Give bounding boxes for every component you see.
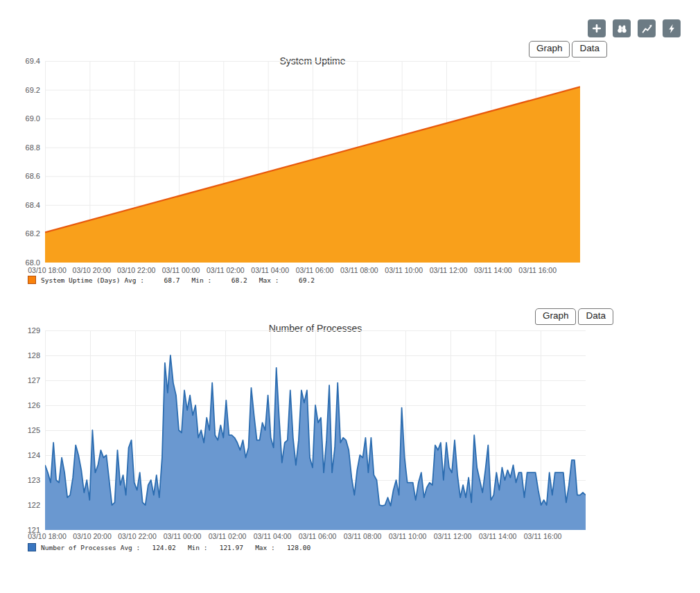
x-tick-label: 03/11 08:00 — [344, 532, 382, 541]
x-tick-label: 03/11 10:00 — [389, 532, 427, 541]
y-tick-label: 125 — [14, 427, 40, 434]
uptime-chart-plot[interactable]: 69.469.269.068.868.668.468.268.0 — [45, 61, 580, 263]
x-tick-label: 03/11 16:00 — [518, 266, 557, 275]
y-tick-label: 68.4 — [14, 202, 40, 209]
y-tick-label: 69.4 — [14, 57, 40, 65]
y-tick-label: 126 — [14, 402, 40, 409]
binoculars-icon — [617, 24, 627, 34]
uptime-legend-swatch — [28, 276, 36, 284]
x-tick-label: 03/11 00:00 — [162, 266, 200, 275]
add-button[interactable] — [588, 19, 606, 37]
graphs-button[interactable] — [638, 19, 656, 37]
y-tick-label: 122 — [14, 502, 40, 509]
y-tick-label: 129 — [14, 327, 40, 335]
x-tick-label: 03/11 02:00 — [209, 532, 247, 541]
x-tick-label: 03/11 04:00 — [254, 532, 292, 541]
y-tick-label: 127 — [14, 377, 40, 384]
x-tick-label: 03/11 10:00 — [385, 266, 423, 275]
x-tick-label: 03/11 14:00 — [474, 266, 512, 275]
processes-chart-plot[interactable]: 129128127126125124123122121 — [45, 330, 586, 530]
y-tick-label: 124 — [14, 452, 40, 459]
y-tick-label: 68.6 — [14, 172, 40, 180]
uptime-chart-legend: System Uptime (Days)Avg : 68.7 Min : 68.… — [28, 276, 315, 284]
y-tick-label: 68.2 — [14, 230, 40, 238]
toolbar — [588, 19, 681, 37]
processes-legend-text: Number of ProcessesAvg : 124.02 Min : 12… — [41, 544, 310, 551]
lightning-icon — [667, 24, 677, 34]
processes-chart-xaxis: 03/10 18:0003/10 20:0003/10 22:0003/11 0… — [45, 532, 586, 542]
x-tick-label: 03/11 16:00 — [524, 532, 562, 541]
x-tick-label: 03/10 18:00 — [28, 266, 66, 275]
x-tick-label: 03/10 20:00 — [73, 266, 111, 275]
x-tick-label: 03/11 14:00 — [479, 532, 517, 541]
x-tick-label: 03/10 22:00 — [118, 532, 156, 541]
x-tick-label: 03/11 12:00 — [434, 532, 472, 541]
x-tick-label: 03/11 06:00 — [296, 266, 334, 275]
x-tick-label: 03/11 08:00 — [340, 266, 378, 275]
processes-chart-legend: Number of ProcessesAvg : 124.02 Min : 12… — [28, 543, 310, 551]
y-tick-label: 123 — [14, 477, 40, 484]
uptime-chart-xaxis: 03/10 18:0003/10 20:0003/10 22:0003/11 0… — [45, 266, 580, 276]
x-tick-label: 03/10 20:00 — [73, 532, 111, 541]
search-button[interactable] — [613, 19, 631, 37]
x-tick-label: 03/11 12:00 — [430, 266, 468, 275]
y-tick-label: 69.2 — [14, 87, 40, 94]
x-tick-label: 03/11 06:00 — [299, 532, 337, 541]
plus-icon — [592, 24, 602, 33]
x-tick-label: 03/11 04:00 — [251, 266, 289, 275]
x-tick-label: 03/10 18:00 — [28, 532, 66, 541]
uptime-legend-text: System Uptime (Days)Avg : 68.7 Min : 68.… — [41, 276, 315, 284]
processes-legend-swatch — [28, 543, 36, 551]
x-tick-label: 03/10 22:00 — [117, 266, 155, 275]
y-tick-label: 68.8 — [14, 144, 40, 152]
trend-chart-icon — [642, 24, 652, 34]
quick-actions-button[interactable] — [663, 19, 681, 37]
y-tick-label: 128 — [14, 352, 40, 360]
x-tick-label: 03/11 02:00 — [207, 266, 245, 275]
x-tick-label: 03/11 00:00 — [164, 532, 202, 541]
y-tick-label: 69.0 — [14, 115, 40, 123]
